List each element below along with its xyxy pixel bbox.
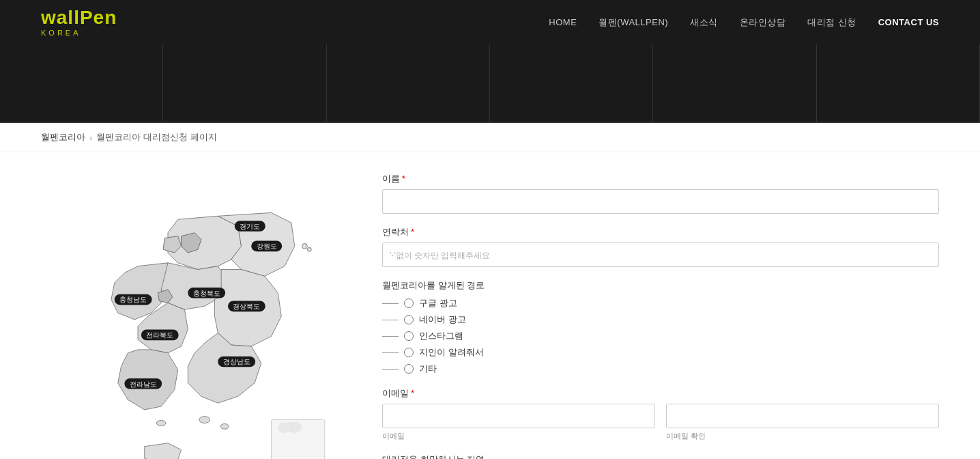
svg-text:전라북도: 전라북도 (146, 331, 173, 339)
svg-text:충청북도: 충청북도 (193, 290, 220, 297)
radio-naver: 네이버 광고 (382, 314, 939, 326)
name-group: 이름* (382, 173, 939, 214)
referral-group: 월펜코리아를 알게된 경로 구글 광고 네이버 광고 인스타그램 (382, 279, 939, 375)
svg-text:강원도: 강원도 (257, 242, 277, 250)
main-nav: HOME 월펜(WALLPEN) 새소식 온라인상담 대리점 신청 CONTAC… (549, 16, 939, 29)
breadcrumb-current: 월펜코리아 대리점신청 페이지 (96, 131, 216, 143)
email-group: 이메일* 이메일 이메일 확인 (382, 387, 939, 441)
name-input[interactable] (382, 189, 939, 214)
radio-naver-input[interactable] (404, 315, 414, 324)
email-label: 이메일* (382, 387, 939, 400)
banner-seg-3 (327, 44, 490, 122)
radio-google-input[interactable] (404, 298, 414, 308)
email-row: 이메일 이메일 확인 (382, 404, 939, 441)
radio-instagram-input[interactable] (404, 331, 414, 341)
svg-text:전라남도: 전라남도 (130, 380, 157, 388)
radio-instagram-label[interactable]: 인스타그램 (419, 330, 463, 342)
form-area: 이름* 연락처* 월펜코리아를 알게된 경로 구글 광고 (382, 166, 939, 459)
banner-seg-4 (490, 44, 653, 122)
phone-group: 연락처* (382, 226, 939, 267)
nav-wallpen[interactable]: 월펜(WALLPEN) (599, 16, 668, 29)
radio-other: 기타 (382, 363, 939, 375)
nav-consult[interactable]: 온라인상담 (740, 16, 786, 29)
svg-point-0 (199, 417, 210, 423)
banner-seg-5 (653, 44, 816, 122)
svg-point-1 (220, 423, 229, 429)
radio-line (382, 303, 399, 304)
radio-instagram: 인스타그램 (382, 330, 939, 342)
referral-label: 월펜코리아를 알게된 경로 (382, 279, 939, 292)
radio-naver-label[interactable]: 네이버 광고 (419, 314, 466, 326)
korea-map: 경기도 강원도 충청북도 충청남도 경상북도 경상남도 전라북도 전라남도 (41, 166, 355, 459)
email-col-2: 이메일 확인 (666, 404, 939, 441)
breadcrumb-separator: › (89, 133, 92, 143)
header: wallPen KOREA HOME 월펜(WALLPEN) 새소식 온라인상담… (0, 0, 980, 44)
phone-label: 연락처* (382, 226, 939, 238)
email-confirm-sublabel: 이메일 확인 (666, 431, 939, 441)
nav-contact[interactable]: CONTACT US (878, 17, 939, 27)
nav-news[interactable]: 새소식 (690, 16, 718, 29)
breadcrumb-home[interactable]: 월펜코리아 (41, 131, 85, 143)
radio-line (382, 352, 399, 353)
radio-google-label[interactable]: 구글 광고 (419, 297, 457, 309)
map-area: 경기도 강원도 충청북도 충청남도 경상북도 경상남도 전라북도 전라남도 (41, 166, 355, 459)
radio-friend: 지인이 알려줘서 (382, 346, 939, 359)
region-group: 대리점을 희망하시는 지역 (382, 454, 939, 459)
logo: wallPen (41, 8, 117, 27)
banner-seg-1 (0, 44, 163, 122)
email-input[interactable] (382, 404, 655, 428)
breadcrumb: 월펜코리아 › 월펜코리아 대리점신청 페이지 (0, 123, 980, 152)
banner (0, 44, 980, 123)
radio-other-label[interactable]: 기타 (419, 363, 437, 375)
nav-home[interactable]: HOME (549, 17, 577, 27)
svg-point-2 (156, 421, 166, 426)
referral-options: 구글 광고 네이버 광고 인스타그램 지인이 알려줘서 (382, 297, 939, 375)
nav-dealer[interactable]: 대리점 신청 (807, 16, 856, 29)
svg-text:충청남도: 충청남도 (119, 296, 147, 303)
svg-point-4 (307, 247, 311, 251)
phone-input[interactable] (382, 242, 939, 267)
logo-sub: KOREA (41, 29, 81, 37)
radio-line (382, 320, 399, 320)
email-sublabel: 이메일 (382, 431, 655, 441)
radio-friend-label[interactable]: 지인이 알려줘서 (419, 346, 484, 359)
radio-google: 구글 광고 (382, 297, 939, 309)
name-label: 이름* (382, 173, 939, 185)
radio-line (382, 369, 399, 370)
svg-text:경기도: 경기도 (240, 223, 260, 230)
svg-point-3 (302, 243, 308, 249)
banner-seg-2 (163, 44, 326, 122)
logo-area: wallPen KOREA (41, 8, 117, 37)
svg-text:경상북도: 경상북도 (233, 303, 260, 310)
email-confirm-input[interactable] (666, 404, 939, 428)
region-label: 대리점을 희망하시는 지역 (382, 454, 939, 459)
radio-friend-input[interactable] (404, 348, 414, 357)
radio-other-input[interactable] (404, 364, 414, 374)
radio-line (382, 336, 399, 337)
main-content: 경기도 강원도 충청북도 충청남도 경상북도 경상남도 전라북도 전라남도 (0, 152, 980, 459)
svg-text:경상남도: 경상남도 (223, 358, 250, 365)
banner-seg-6 (817, 44, 980, 122)
email-col-1: 이메일 (382, 404, 655, 441)
